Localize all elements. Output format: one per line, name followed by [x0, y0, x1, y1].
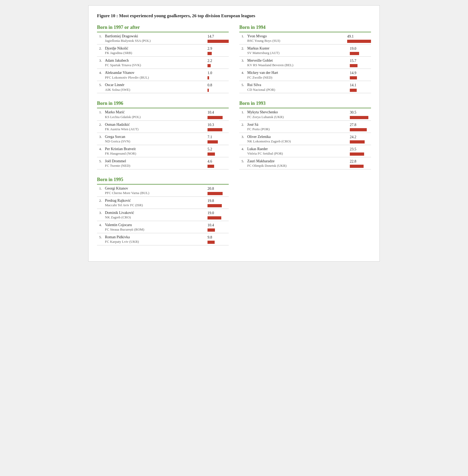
entry-value-bar: 20.8 [207, 186, 229, 195]
entry-text: Adam JakubechFC Spartak Trnava (SVK) [105, 58, 204, 68]
entry-name: Per Kristian Bratveit [105, 147, 204, 151]
entry-bar [207, 192, 223, 195]
entry-name: Predrag Rajković [105, 198, 204, 203]
entry-rank: 3. [239, 58, 244, 63]
list-item: 5.Rui SilvaCD Nacional (POR)14.1 [239, 81, 371, 93]
entry-bar [350, 76, 357, 79]
entry-club: FC Olimpik Donetsk (UKR) [247, 164, 347, 168]
entry-club: FK Austria Wien (AUT) [105, 127, 204, 132]
entry-value: 14.1 [350, 83, 356, 88]
list-item: 4.Aleksandar VitanovPFC Lokomotiv Plovdi… [97, 69, 229, 81]
entry-value: 14.7 [207, 34, 214, 39]
entry-value-bar: 27.8 [350, 123, 371, 131]
entry-bar [350, 165, 364, 168]
section-born-1996: Born in 19961.Marko MarićKS Lechia Gdańs… [97, 101, 229, 169]
entry-club: PFC Lokomotiv Plovdiv (BUL) [105, 75, 204, 80]
entry-bar [350, 52, 359, 55]
section-title-born-1993: Born in 1993 [239, 101, 371, 106]
entry-bar [207, 165, 214, 168]
entry-name: Lukas Raeder [247, 147, 347, 151]
entry-name: Adam Jakubech [105, 58, 204, 63]
entry-name: Rui Silva [247, 83, 347, 87]
entry-rank: 1. [239, 34, 244, 38]
entry-value: 15.7 [350, 59, 356, 63]
entry-name: Merveille Goblet [247, 58, 347, 63]
entry-value-bar: 5.2 [207, 147, 229, 156]
entry-rank: 5. [97, 159, 102, 163]
entry-text: Dominik LivakovićNK Zagreb (CRO) [105, 210, 204, 220]
entry-value-bar: 14.9 [350, 71, 371, 79]
entry-text: Rui SilvaCD Nacional (POR) [247, 83, 347, 92]
entry-name: Aleksandar Vitanov [105, 70, 204, 75]
entry-value-bar: 4.6 [207, 159, 229, 168]
entry-value-bar: 7.1 [207, 135, 229, 143]
entry-value: 9.8 [207, 235, 212, 240]
entry-text: Oliver ZelenikaNK Lokomotiva Zagreb (CRO… [247, 134, 347, 144]
entry-value-bar: 49.1 [347, 34, 371, 43]
entry-bar [207, 228, 215, 232]
entry-value: 5.2 [207, 147, 212, 152]
list-item: 4.Valentin CojocaruFC Steaua București (… [97, 221, 229, 233]
entry-rank: 3. [97, 134, 102, 139]
section-born-1994: Born in 19941.Yvon MvogoBSC Young Boys (… [239, 25, 371, 93]
list-item: 1.Georgi KitanovPFC Cherno More Varna (B… [97, 185, 229, 197]
entry-text: Marko MarićKS Lechia Gdańsk (POL) [105, 110, 204, 119]
entry-name: Mickey van der Hart [247, 70, 347, 75]
entry-rank: 5. [97, 83, 102, 87]
entry-club: AIK Solna (SWE) [105, 88, 204, 92]
entry-club: KS Lechia Gdańsk (POL) [105, 115, 204, 119]
section-title-born-1994: Born in 1994 [239, 25, 371, 30]
entry-club: PFC Cherno More Varna (BUL) [105, 191, 204, 195]
entry-bar [207, 140, 218, 143]
entry-rank: 3. [97, 210, 102, 215]
entry-club: FC Zwolle (NED) [247, 75, 347, 80]
entry-value-bar: 14.1 [350, 83, 371, 92]
entry-name: Oliver Zelenika [247, 134, 347, 139]
entry-name: Djordje Nikolić [105, 46, 204, 51]
entry-rank: 2. [97, 122, 102, 127]
entry-name: Georgi Kitanov [105, 186, 204, 191]
entry-value: 19.0 [207, 211, 214, 215]
entry-bar [350, 64, 357, 67]
entry-text: Georgi KitanovPFC Cherno More Varna (BUL… [105, 186, 204, 195]
entry-name: Markus Kuster [247, 46, 347, 51]
entry-bar [207, 204, 222, 207]
entry-rank: 3. [239, 134, 244, 139]
entry-rank: 2. [239, 46, 244, 51]
entry-rank: 3. [97, 58, 102, 63]
entry-club: FC Porto (POR) [247, 127, 347, 132]
entry-text: Roman PidkivkaFC Karpaty Lviv (UKR) [105, 235, 204, 244]
list-item: 5.Joël DrommelFC Twente (NED)4.6 [97, 157, 229, 169]
entry-club: FC Karpaty Lviv (UKR) [105, 240, 204, 244]
entry-text: Bartlomiej DragowskiJagiellonia Bialysto… [105, 34, 204, 43]
section-born-1995: Born in 19951.Georgi KitanovPFC Cherno M… [97, 177, 229, 245]
entry-name: Grega Sorcan [105, 134, 204, 139]
section-title-born-1995: Born in 1995 [97, 177, 229, 182]
entry-name: Oscar Linnér [105, 83, 204, 87]
entry-rank: 4. [97, 147, 102, 151]
entry-rank: 4. [239, 70, 244, 75]
entry-rank: 5. [97, 235, 102, 239]
entry-name: José Sá [247, 122, 347, 127]
list-item: 2.Predrag RajkovićMaccabi Tel Aviv FC (I… [97, 197, 229, 209]
entry-rank: 1. [239, 110, 244, 114]
entry-text: Yvon MvogoBSC Young Boys (SUI) [247, 34, 344, 43]
entry-club: NK Zagreb (CRO) [105, 215, 204, 220]
list-item: 4.Lukas RaederVitória FC Setúbal (POR)23… [239, 145, 371, 157]
section-born-1993: Born in 19931.Mykyta ShevchenkoFC Zorya … [239, 101, 371, 169]
entry-name: Valentin Cojocaru [105, 223, 204, 227]
list-item: 3.Oliver ZelenikaNK Lokomotiva Zagreb (C… [239, 133, 371, 145]
list-item: 3.Dominik LivakovićNK Zagreb (CRO)19.0 [97, 209, 229, 221]
entry-rank: 2. [239, 122, 244, 127]
entry-name: Roman Pidkivka [105, 235, 204, 240]
entry-value-bar: 1.0 [207, 71, 229, 79]
list-item: 5.Oscar LinnérAIK Solna (SWE)0.8 [97, 81, 229, 93]
entry-rank: 1. [97, 110, 102, 114]
entry-club: Jagiellonia Bialystok SSA (POL) [105, 39, 204, 43]
entry-text: Osman HadzikićFK Austria Wien (AUT) [105, 122, 204, 132]
entry-bar [207, 89, 209, 92]
entry-bar [207, 152, 215, 156]
entry-bar [207, 64, 211, 67]
entry-value-bar: 22.8 [350, 159, 371, 168]
section-title-born-1996: Born in 1996 [97, 101, 229, 106]
